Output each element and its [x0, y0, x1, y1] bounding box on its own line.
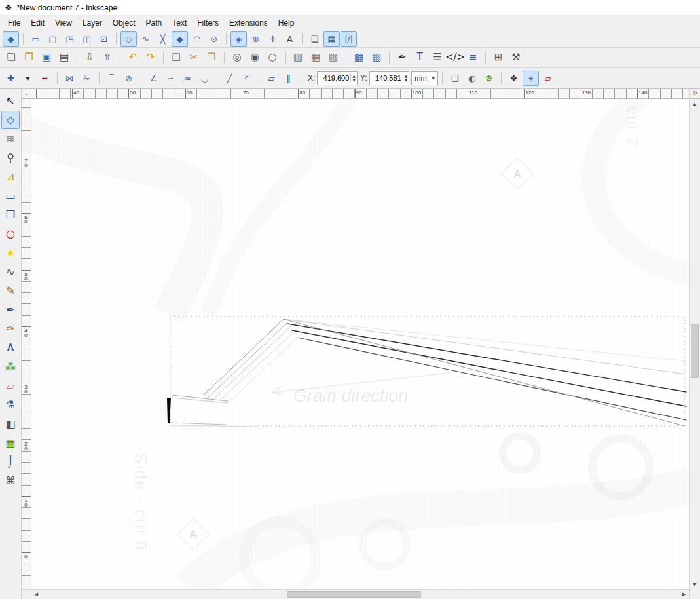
- ellipse-tool[interactable]: ○: [1, 225, 20, 243]
- delete-segment-button[interactable]: ⊘: [120, 71, 137, 86]
- vertical-scroll-track[interactable]: [690, 109, 700, 579]
- node-corner-button[interactable]: ∠: [145, 71, 162, 86]
- snap-rotation-centers-button[interactable]: ✛: [265, 31, 281, 47]
- star-tool[interactable]: ★: [1, 244, 20, 262]
- node-auto-button[interactable]: ◡: [196, 71, 213, 86]
- snap-page-border-button[interactable]: ❏: [306, 31, 323, 47]
- scroll-down-icon[interactable]: ▼: [690, 579, 700, 589]
- guide-lock-icon[interactable]: ▪: [26, 92, 27, 96]
- align-distribute-button[interactable]: ≡: [464, 49, 481, 66]
- insert-node-menu-button[interactable]: ▾: [20, 71, 36, 86]
- node-smooth-button[interactable]: ∽: [162, 71, 179, 86]
- snap-bbox-centers-button[interactable]: ⊡: [96, 31, 112, 47]
- duplicate-button[interactable]: ▥: [289, 49, 306, 66]
- menu-item[interactable]: Layer: [77, 17, 107, 29]
- segment-curve-button[interactable]: ◜: [238, 71, 255, 86]
- horizontal-scrollbar[interactable]: ◀ ▶: [31, 589, 689, 599]
- tweak-tool[interactable]: ≋: [1, 130, 20, 148]
- text-tool[interactable]: A: [1, 339, 20, 357]
- snap-guides-button[interactable]: |/|: [341, 31, 357, 47]
- vertical-scrollbar[interactable]: ▲ ▼: [689, 99, 700, 589]
- import-button[interactable]: ⇩: [81, 49, 98, 66]
- zoom-page-button[interactable]: ○: [264, 49, 281, 66]
- paste-button[interactable]: ❒: [203, 49, 220, 66]
- rectangle-tool[interactable]: ▭: [1, 187, 20, 205]
- spin-down-icon[interactable]: ▼: [405, 78, 408, 82]
- redo-button[interactable]: ↷: [142, 49, 159, 66]
- layers-dialog-button[interactable]: ☰: [429, 49, 446, 66]
- snap-cusp-nodes-button[interactable]: ◆: [172, 31, 188, 47]
- dropper-tool[interactable]: ⌡: [1, 453, 20, 471]
- snap-nodes-paths-button[interactable]: ◇: [120, 31, 137, 47]
- show-bezier-handles-button[interactable]: ⌖: [523, 71, 539, 86]
- menu-item[interactable]: Filters: [192, 17, 224, 29]
- break-nodes-button[interactable]: ✁: [79, 71, 95, 86]
- horizontal-scroll-thumb[interactable]: [287, 591, 421, 598]
- menu-item[interactable]: Edit: [26, 17, 50, 29]
- show-transform-handles-button[interactable]: ✥: [506, 71, 522, 86]
- xml-editor-button[interactable]: </>: [447, 49, 464, 66]
- undo-button[interactable]: ↶: [124, 49, 141, 66]
- text-dialog-button[interactable]: T: [411, 49, 428, 66]
- zoom-corner-button[interactable]: ⚲: [689, 89, 700, 99]
- snap-bbox-corners-button[interactable]: ◳: [62, 31, 78, 47]
- snap-bounding-box-button[interactable]: ▭: [28, 31, 44, 47]
- ungroup-button[interactable]: ▨: [368, 49, 385, 66]
- pencil-tool[interactable]: ✎: [1, 282, 20, 300]
- menu-item[interactable]: Path: [141, 17, 168, 29]
- zoom-selection-button[interactable]: ◎: [229, 49, 246, 66]
- drawing-canvas[interactable]: A A Grain direction Side - cut 8 cut 2: [31, 99, 689, 589]
- bucket-tool[interactable]: ⚗: [1, 396, 20, 414]
- menu-item[interactable]: Help: [273, 17, 300, 29]
- menu-item[interactable]: Text: [167, 17, 192, 29]
- scroll-left-icon[interactable]: ◀: [31, 590, 41, 599]
- scroll-up-icon[interactable]: ▲: [690, 99, 700, 109]
- snap-grids-button[interactable]: ▦: [323, 31, 340, 47]
- box3d-tool[interactable]: ❒: [1, 206, 20, 224]
- top-ruler[interactable]: 405060708090100110120130140: [31, 89, 689, 99]
- snap-path-intersections-button[interactable]: ╳: [155, 31, 171, 47]
- spinner-arrows[interactable]: ▲ ▼: [403, 74, 409, 82]
- cut-button[interactable]: ✂: [185, 49, 202, 66]
- y-coordinate-input[interactable]: [370, 74, 403, 82]
- eraser-tool[interactable]: ▱: [1, 377, 20, 395]
- x-coordinate-input[interactable]: [318, 74, 350, 82]
- menu-item[interactable]: Extensions: [224, 17, 273, 29]
- calligraphy-tool[interactable]: ✑: [1, 320, 20, 338]
- measure-tool[interactable]: ⊿: [1, 168, 20, 186]
- zoom-tool[interactable]: ⚲: [1, 149, 20, 167]
- join-with-segment-button[interactable]: ⌒: [103, 71, 120, 86]
- mesh-tool[interactable]: ▦: [1, 434, 20, 452]
- units-dropdown[interactable]: mm ▾: [411, 71, 438, 85]
- edit-masks-button[interactable]: ◐: [464, 71, 480, 86]
- document-properties-button[interactable]: ⊞: [490, 49, 507, 66]
- open-document-button[interactable]: ❐: [20, 49, 37, 66]
- menu-item[interactable]: View: [50, 17, 77, 29]
- edit-clipping-paths-button[interactable]: ❏: [447, 71, 463, 86]
- export-button[interactable]: ⇧: [99, 49, 116, 66]
- object-to-path-button[interactable]: ▱: [263, 71, 280, 86]
- unlink-clone-button[interactable]: ▧: [325, 49, 342, 66]
- snap-text-baselines-button[interactable]: A: [282, 31, 298, 47]
- horizontal-scroll-track[interactable]: [41, 590, 679, 599]
- pen-tool[interactable]: ✒: [1, 301, 20, 319]
- spin-down-icon[interactable]: ▼: [352, 78, 356, 82]
- insert-node-button[interactable]: ✚: [3, 71, 19, 86]
- fill-stroke-dialog-button[interactable]: ✒: [394, 49, 411, 66]
- scroll-right-icon[interactable]: ▶: [679, 590, 689, 599]
- left-ruler[interactable]: 706050403020100: [22, 99, 31, 589]
- create-clone-button[interactable]: ▦: [307, 49, 324, 66]
- next-path-effect-button[interactable]: ⚙: [481, 71, 497, 86]
- segment-line-button[interactable]: ╱: [221, 71, 238, 86]
- traced-paths[interactable]: [167, 317, 686, 427]
- spiral-tool[interactable]: ∿: [1, 263, 20, 281]
- spinner-arrows[interactable]: ▲ ▼: [350, 74, 357, 82]
- menu-item[interactable]: Object: [107, 17, 141, 29]
- stroke-to-path-button[interactable]: ∥: [280, 71, 297, 86]
- node-symmetric-button[interactable]: ≈: [179, 71, 196, 86]
- save-document-button[interactable]: ▣: [38, 49, 55, 66]
- preferences-button[interactable]: ⚒: [507, 49, 525, 66]
- copy-button[interactable]: ❑: [168, 49, 185, 66]
- snap-object-centers-button[interactable]: ⊕: [248, 31, 264, 47]
- spray-tool[interactable]: ⁂: [1, 358, 20, 376]
